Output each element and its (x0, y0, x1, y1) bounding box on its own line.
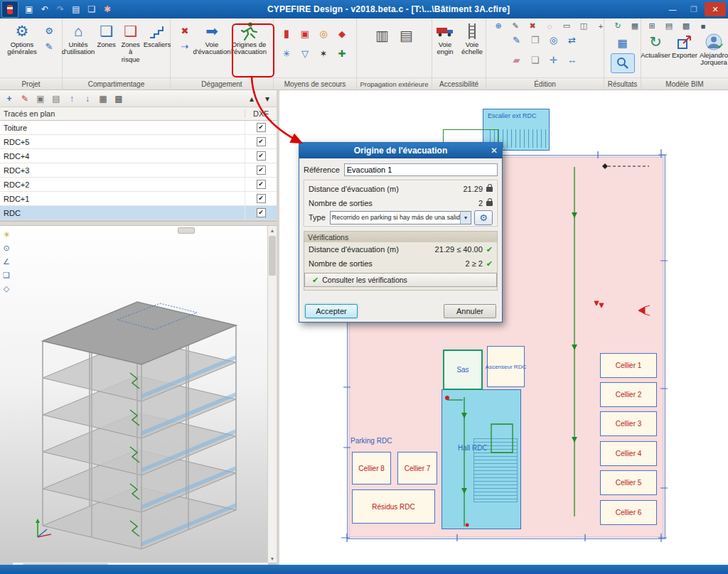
room-cellier-8[interactable]: Cellier 8 (352, 452, 391, 484)
copy-plan-icon[interactable]: ▣ (33, 92, 48, 105)
edit-icon[interactable]: ✎ (508, 20, 523, 32)
signage-icon[interactable]: ✚ (334, 46, 350, 60)
dxf-checkbox[interactable]: ✔ (257, 194, 266, 203)
snap-icon[interactable]: ⊞ (644, 20, 660, 32)
type-options-button[interactable]: ⚙ (474, 210, 493, 225)
water-tank-icon[interactable]: ▽ (297, 46, 313, 60)
zoom-3d-icon[interactable]: ⊙ (1, 242, 12, 254)
swap-icon[interactable]: ⇄ (564, 33, 580, 47)
room-cellier-7[interactable]: Cellier 7 (397, 452, 437, 484)
voie-evacuation-button[interactable]: ➡ Voie d'évacuation (195, 21, 229, 56)
room-cellier-4[interactable]: Cellier 4 (600, 441, 657, 466)
dxf-checkbox[interactable]: ✔ (257, 137, 266, 146)
print-plan-icon[interactable]: ▤ (49, 92, 63, 105)
dxf-manager-icon[interactable]: ▩ (112, 92, 126, 105)
table-view-icon[interactable]: ▩ (678, 20, 694, 32)
room-hall[interactable]: Hall RDC (441, 389, 521, 529)
voie-echelle-button[interactable]: Voie échelle (459, 21, 485, 56)
room-cellier-6[interactable]: Cellier 6 (600, 500, 657, 525)
exporter-button[interactable]: Exporter (672, 31, 697, 59)
route-delete-icon[interactable]: ✖ (177, 23, 193, 38)
center-view-icon[interactable]: ⊕ (491, 20, 506, 32)
minimize-button[interactable]: — (662, 2, 683, 16)
dual-view-icon[interactable]: ◫ (576, 20, 592, 32)
scroll-up-icon[interactable]: ▲ (268, 226, 277, 234)
project-settings-icon[interactable]: ⚙ (41, 23, 57, 38)
consulter-verifications-button[interactable]: ✔ Consulter les vérifications (304, 273, 497, 287)
dxf-checkbox[interactable]: ✔ (257, 208, 266, 217)
add-plan-icon[interactable]: + (2, 92, 16, 105)
route-edit-icon[interactable]: ⇢ (177, 39, 193, 53)
fire-cabinet-icon[interactable]: ▣ (297, 26, 313, 40)
view-cube-icon[interactable]: ◇ (1, 283, 12, 294)
room-sas[interactable]: Sas (443, 350, 483, 390)
viewport-3d[interactable]: ✳ ⊙ ∠ ❏ ◇ (0, 226, 277, 571)
pan-icon[interactable]: + (593, 20, 609, 32)
zones-button[interactable]: ❏ Zones (96, 21, 117, 48)
building-3d-model[interactable] (32, 270, 245, 554)
view-results-button[interactable] (611, 53, 635, 73)
edit-pencil-icon[interactable]: ✎ (509, 33, 525, 47)
dialog-close-icon[interactable]: ✕ (491, 143, 498, 158)
select-icon[interactable]: ◌ (542, 20, 557, 32)
room-cellier-5[interactable]: Cellier 5 (600, 470, 657, 495)
dxf-template-icon[interactable]: ▦ (96, 92, 110, 105)
annuler-button[interactable]: Annuler (444, 304, 496, 318)
room-ascenseur[interactable]: Ascenseur RDC (487, 346, 525, 387)
horizontal-splitter[interactable] (0, 221, 277, 226)
room-cellier-1[interactable]: Cellier 1 (600, 353, 657, 378)
erase-icon[interactable]: ▰ (509, 53, 525, 67)
plan-row-rdc-selected[interactable]: RDC ✔ (0, 206, 277, 220)
room-cellier-2[interactable]: Cellier 2 (600, 382, 657, 407)
close-button[interactable]: ✕ (705, 2, 726, 16)
redraw-icon[interactable]: ↻ (610, 20, 626, 32)
plan-row-rdc5[interactable]: RDC+5 ✔ (0, 135, 277, 149)
plan-row-rdc3[interactable]: RDC+3 ✔ (0, 163, 277, 178)
layers-icon[interactable]: ❏ (84, 2, 100, 16)
undo-icon[interactable]: ↶ (37, 2, 53, 16)
viewport-grip[interactable] (178, 227, 195, 234)
query-icon[interactable]: ◎ (546, 33, 562, 47)
smoke-fan-icon[interactable]: ✶ (316, 46, 331, 60)
facade-icon[interactable]: ▥ (375, 28, 390, 43)
scroll-down-icon[interactable]: ▼ (268, 554, 277, 563)
extinguisher-icon[interactable]: ▮ (279, 26, 294, 40)
redo-icon[interactable]: ↷ (53, 2, 68, 16)
sprinkler-icon[interactable]: ✳ (279, 46, 294, 60)
zones-a-risque-button[interactable]: ❏ Zones à risque (119, 21, 142, 63)
plan-row-rdc1[interactable]: RDC+1 ✔ (0, 192, 277, 206)
grid-icon[interactable]: ▦ (627, 20, 643, 32)
dxf-checkbox[interactable]: ✔ (257, 166, 266, 175)
viewport-vscrollbar[interactable]: ▲ ▼ (267, 226, 277, 563)
collapse-panel-icon[interactable]: ▴ (245, 92, 259, 105)
panel-menu-icon[interactable]: ▾ (260, 92, 274, 105)
room-cellier-3[interactable]: Cellier 3 (600, 411, 657, 436)
layer-manager-icon[interactable]: ▤ (661, 20, 677, 32)
move-icon[interactable]: ✛ (546, 53, 562, 67)
screen-config-icon[interactable]: ■ (695, 20, 711, 32)
measure-icon[interactable]: ↔ (564, 53, 580, 67)
extrude-icon[interactable]: ❐ (528, 33, 543, 47)
dxf-checkbox[interactable]: ✔ (257, 123, 266, 132)
dxf-checkbox[interactable]: ✔ (257, 180, 266, 189)
zoom-window-icon[interactable]: ▭ (559, 20, 574, 32)
print-icon[interactable]: ▤ (68, 2, 84, 16)
app-icon[interactable] (1, 1, 18, 18)
delete-icon[interactable]: ✖ (525, 20, 540, 32)
axes-icon[interactable]: ✳ (1, 229, 12, 240)
roof-propagation-icon[interactable]: ▤ (399, 28, 414, 43)
layers-3d-icon[interactable]: ❏ (1, 269, 12, 281)
accepter-button[interactable]: Accepter (305, 304, 358, 318)
maximize-button[interactable]: ❐ (683, 2, 705, 16)
dxf-checkbox[interactable]: ✔ (257, 151, 266, 161)
alarm-icon[interactable]: ◎ (316, 26, 331, 40)
user-account-button[interactable]: ✔ Alejandro Jorquera (700, 31, 728, 67)
lock-icon[interactable] (486, 187, 493, 192)
hydrant-icon[interactable]: ◆ (334, 26, 350, 40)
unites-utilisation-button[interactable]: ⌂ Unités d'utilisation (63, 21, 94, 56)
planes-icon[interactable]: ❏ (528, 53, 543, 67)
plan-row-toiture[interactable]: Toiture ✔ (0, 121, 277, 135)
edit-plan-icon[interactable]: ✎ (18, 92, 32, 105)
room-residus[interactable]: Résidus RDC (352, 489, 435, 524)
reference-input[interactable] (344, 163, 498, 176)
